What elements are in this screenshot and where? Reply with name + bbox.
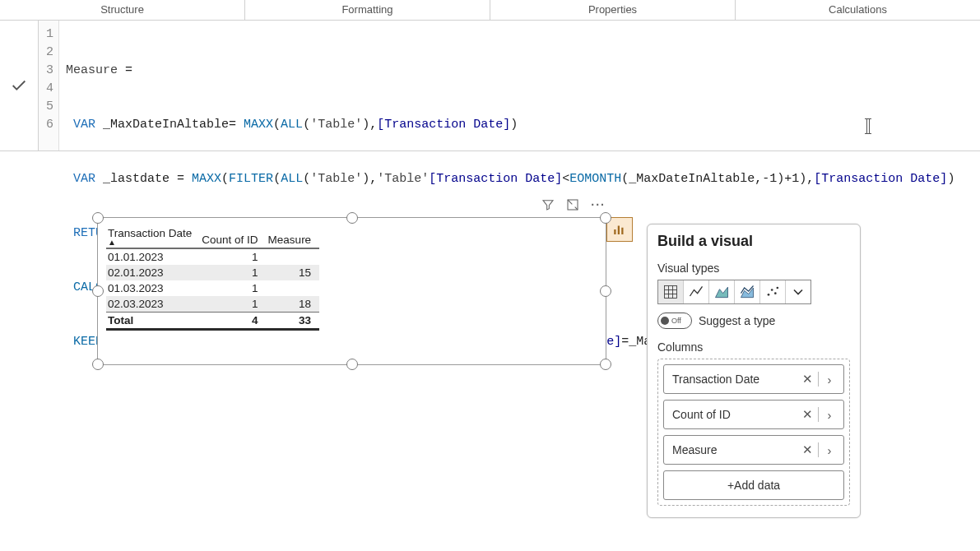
- bar-chart-icon: [612, 222, 627, 237]
- resize-handle[interactable]: [600, 285, 611, 297]
- chevron-down-icon: [790, 284, 806, 300]
- visual-type-picker: [657, 280, 811, 304]
- check-icon: [10, 76, 28, 95]
- formula-code[interactable]: Measure = VAR _MaxDateInAltable= MAXX(AL…: [59, 21, 954, 150]
- ribbon-tab-properties[interactable]: Properties: [490, 0, 736, 20]
- ribbon-tab-structure[interactable]: Structure: [0, 0, 245, 20]
- field-pill-transaction-date[interactable]: Transaction Date ✕ ›: [663, 364, 844, 394]
- column-header-transaction-date[interactable]: Transaction Date▲: [106, 225, 200, 248]
- svg-rect-2: [618, 226, 620, 235]
- svg-point-12: [771, 289, 773, 291]
- suggest-type-toggle[interactable]: Off: [657, 313, 692, 329]
- formula-gutter: 123456: [39, 21, 59, 150]
- field-pill-count-of-id[interactable]: Count of ID ✕ ›: [663, 400, 844, 429]
- more-options-icon[interactable]: ···: [591, 198, 606, 211]
- remove-field-icon[interactable]: ✕: [798, 407, 816, 422]
- svg-point-14: [777, 287, 779, 289]
- visual-type-scatter[interactable]: [760, 280, 786, 303]
- table-total-row: Total 4 33: [106, 313, 319, 330]
- add-data-button[interactable]: +Add data: [663, 470, 844, 500]
- field-menu-icon[interactable]: ›: [820, 443, 838, 457]
- formula-editor[interactable]: 123456 Measure = VAR _MaxDateInAltable= …: [39, 21, 980, 150]
- columns-label: Columns: [657, 340, 850, 354]
- ribbon-tab-calculations[interactable]: Calculations: [736, 0, 980, 20]
- resize-handle[interactable]: [600, 359, 611, 370]
- visual-type-line[interactable]: [684, 280, 709, 303]
- build-visual-pane: Build a visual Visual types Off Suggest …: [647, 224, 861, 518]
- svg-point-11: [768, 294, 770, 296]
- formula-commit-button[interactable]: [0, 21, 39, 150]
- remove-field-icon[interactable]: ✕: [798, 442, 816, 457]
- table-row[interactable]: 02.01.2023 1 15: [106, 265, 319, 280]
- svg-marker-10: [741, 288, 754, 298]
- ribbon-tab-formatting[interactable]: Formatting: [245, 0, 490, 20]
- sort-asc-icon: ▲: [108, 239, 192, 246]
- resize-handle[interactable]: [346, 212, 358, 224]
- pane-title: Build a visual: [657, 233, 850, 250]
- field-pill-measure[interactable]: Measure ✕ ›: [663, 435, 844, 465]
- remove-field-icon[interactable]: ✕: [798, 372, 816, 387]
- svg-rect-1: [614, 229, 615, 234]
- svg-marker-9: [716, 287, 728, 298]
- resize-handle[interactable]: [92, 285, 104, 297]
- resize-handle[interactable]: [346, 359, 358, 370]
- visual-types-label: Visual types: [657, 262, 850, 275]
- table-row[interactable]: 02.03.2023 1 18: [106, 296, 319, 313]
- table-visual[interactable]: ··· Transaction Date▲ Count of ID Measur…: [97, 217, 606, 365]
- visual-type-more[interactable]: [786, 280, 810, 303]
- resize-handle[interactable]: [600, 212, 611, 224]
- field-menu-icon[interactable]: ›: [820, 373, 838, 387]
- resize-handle[interactable]: [92, 212, 104, 224]
- svg-point-13: [774, 292, 777, 294]
- table-row[interactable]: 01.01.2023 1: [106, 248, 319, 265]
- svg-rect-4: [665, 286, 677, 299]
- filter-icon[interactable]: [541, 198, 555, 211]
- table-row[interactable]: 01.03.2023 1: [106, 280, 319, 296]
- suggest-type-label: Suggest a type: [699, 314, 775, 327]
- focus-mode-icon[interactable]: [566, 198, 579, 211]
- visual-type-area[interactable]: [709, 280, 735, 303]
- visual-type-stacked-area[interactable]: [735, 280, 760, 303]
- column-header-measure[interactable]: Measure: [267, 225, 320, 248]
- columns-field-well[interactable]: Transaction Date ✕ › Count of ID ✕ › Mea…: [657, 359, 850, 506]
- visual-type-table[interactable]: [658, 280, 684, 303]
- text-cursor-icon: [866, 119, 870, 133]
- field-menu-icon[interactable]: ›: [820, 408, 838, 422]
- column-header-count-of-id[interactable]: Count of ID: [200, 225, 266, 248]
- svg-rect-3: [621, 228, 623, 234]
- resize-handle[interactable]: [92, 359, 104, 370]
